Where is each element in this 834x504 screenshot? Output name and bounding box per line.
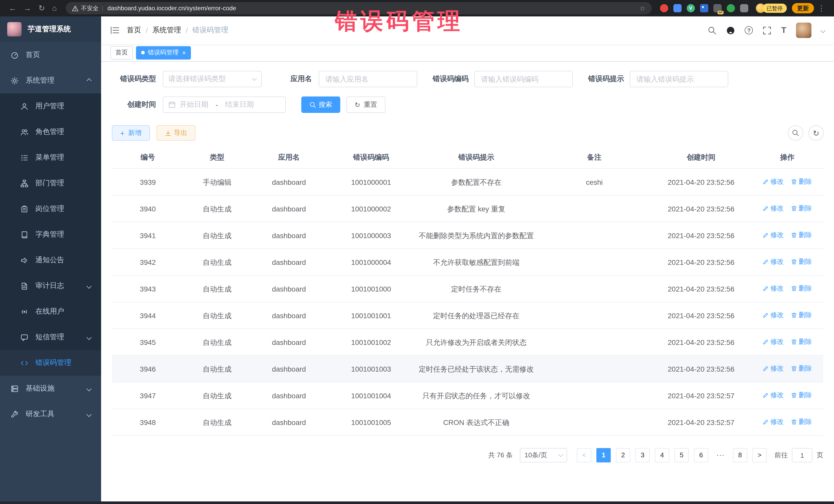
edit-link[interactable]: 修改 xyxy=(763,417,784,427)
reset-button[interactable]: ↻ 重置 xyxy=(347,96,386,113)
breadcrumb-home[interactable]: 首页 xyxy=(127,26,141,35)
delete-link[interactable]: 删除 xyxy=(791,257,812,267)
sidebar-item-error-code[interactable]: 错误码管理 xyxy=(0,350,101,376)
col-app: 应用名 xyxy=(250,148,327,169)
breadcrumb-system[interactable]: 系统管理 xyxy=(152,26,181,35)
export-button[interactable]: 导出 xyxy=(156,125,196,140)
delete-link[interactable]: 删除 xyxy=(791,230,812,240)
edit-link[interactable]: 修改 xyxy=(763,257,784,267)
sidebar-submenu-system: 用户管理 角色管理 菜单管理 部门管理 xyxy=(0,93,101,376)
sidebar-item-role[interactable]: 角色管理 xyxy=(0,119,101,145)
collapse-sidebar-icon[interactable] xyxy=(110,26,119,35)
sidebar-item-menu[interactable]: 菜单管理 xyxy=(0,145,101,170)
sidebar-item-online-user[interactable]: 在线用户 xyxy=(0,299,101,324)
edit-link[interactable]: 修改 xyxy=(763,364,784,374)
more-pages-button[interactable]: ··· xyxy=(714,448,728,462)
sidebar-item-audit-log[interactable]: 审计日志 xyxy=(0,273,101,299)
delete-link[interactable]: 删除 xyxy=(791,390,812,400)
error-msg-input[interactable] xyxy=(630,71,728,87)
page-size-select[interactable]: 10条/页 xyxy=(520,448,567,462)
home-icon[interactable]: ⌂ xyxy=(52,0,57,17)
browser-menu-icon[interactable]: ⋮ xyxy=(817,0,825,17)
page-button-2[interactable]: 2 xyxy=(616,448,630,462)
tab-error-code[interactable]: 错误码管理 × xyxy=(136,46,191,59)
page-button-6[interactable]: 6 xyxy=(694,448,708,462)
table-row: 3942 自动生成 dashboard 1001000004 不允许获取敏感配置… xyxy=(112,249,823,275)
error-type-select[interactable]: 请选择错误码类型 xyxy=(163,71,262,87)
cell-type: 自动生成 xyxy=(184,329,250,355)
extension-grid-icon[interactable] xyxy=(700,4,708,12)
page-button-1[interactable]: 1 xyxy=(596,448,611,462)
sidebar-item-user[interactable]: 用户管理 xyxy=(0,93,101,119)
sync-paused-badge[interactable]: 已暂停 xyxy=(762,4,787,13)
add-button[interactable]: + 新增 xyxy=(112,125,150,140)
goto-page-input[interactable] xyxy=(792,448,812,462)
delete-link[interactable]: 删除 xyxy=(791,203,812,214)
cell-ops: 修改删除 xyxy=(751,169,823,195)
sidebar-item-sms[interactable]: 短信管理 xyxy=(0,324,101,350)
sidebar-item-dict[interactable]: 字典管理 xyxy=(0,222,101,247)
sidebar-item-home[interactable]: 首页 xyxy=(0,42,101,68)
tab-home[interactable]: 首页 xyxy=(110,46,133,59)
date-range-picker[interactable]: 开始日期 - 结束日期 xyxy=(163,96,286,113)
edit-link[interactable]: 修改 xyxy=(763,337,784,347)
back-icon[interactable]: ← xyxy=(9,0,17,17)
refresh-table-button[interactable]: ↻ xyxy=(808,125,824,140)
extension-green-icon[interactable] xyxy=(726,4,735,12)
vue-devtools-icon[interactable]: V xyxy=(686,4,695,12)
edit-link[interactable]: 修改 xyxy=(763,310,784,320)
error-code-input[interactable] xyxy=(474,71,573,87)
page-button-5[interactable]: 5 xyxy=(674,448,689,462)
sidebar-item-post[interactable]: 岗位管理 xyxy=(0,196,101,222)
delete-link[interactable]: 删除 xyxy=(791,337,812,347)
app-name-input[interactable] xyxy=(319,71,417,87)
bookmark-star-icon[interactable]: ☆ xyxy=(639,4,645,12)
update-button[interactable]: 更新 xyxy=(792,3,814,13)
delete-link[interactable]: 删除 xyxy=(791,310,812,320)
sidebar-item-system[interactable]: 系统管理 xyxy=(0,68,101,93)
search-button[interactable]: 搜索 xyxy=(301,96,340,113)
delete-link[interactable]: 删除 xyxy=(791,364,812,374)
help-icon[interactable]: ? xyxy=(745,26,753,35)
prev-page-button[interactable]: < xyxy=(577,448,591,462)
delete-link[interactable]: 删除 xyxy=(791,417,812,427)
search-icon[interactable] xyxy=(708,26,717,35)
extension-pin-icon[interactable] xyxy=(740,4,748,12)
cell-msg: 定时任务的处理器已经存在 xyxy=(415,302,538,329)
cell-remark xyxy=(538,409,651,436)
github-icon[interactable] xyxy=(726,26,735,35)
extension-blue-icon[interactable] xyxy=(673,4,681,12)
toggle-search-button[interactable] xyxy=(788,125,803,140)
avatar-caret-icon[interactable] xyxy=(820,28,826,33)
delete-link[interactable]: 删除 xyxy=(791,283,812,293)
page-button-4[interactable]: 4 xyxy=(655,448,669,462)
fullscreen-icon[interactable] xyxy=(763,26,771,35)
page-button-8[interactable]: 8 xyxy=(733,448,747,462)
user-avatar[interactable] xyxy=(796,23,811,38)
sidebar-item-dept[interactable]: 部门管理 xyxy=(0,170,101,196)
sidebar-item-infra[interactable]: 基础设施 xyxy=(0,376,101,401)
edit-icon xyxy=(763,232,769,238)
delete-link[interactable]: 删除 xyxy=(791,177,812,187)
font-size-icon[interactable]: T xyxy=(781,26,786,35)
cell-ops: 修改删除 xyxy=(751,222,823,249)
address-bar[interactable]: 不安全 | dashboard.yudao.iocoder.cn/system/… xyxy=(65,2,652,14)
document-icon xyxy=(21,282,28,290)
tags-view-bar: 首页 错误码管理 × xyxy=(101,44,834,62)
extension-red-icon[interactable] xyxy=(660,4,668,12)
col-remark: 备注 xyxy=(538,148,651,169)
page-button-3[interactable]: 3 xyxy=(635,448,650,462)
reload-icon[interactable]: ↻ xyxy=(39,0,45,17)
next-page-button[interactable]: > xyxy=(752,448,767,462)
edit-link[interactable]: 修改 xyxy=(763,390,784,400)
edit-link[interactable]: 修改 xyxy=(763,177,784,187)
edit-link[interactable]: 修改 xyxy=(763,283,784,293)
sidebar-item-devtool[interactable]: 研发工具 xyxy=(0,401,101,427)
edit-link[interactable]: 修改 xyxy=(763,230,784,240)
sidebar-item-notice[interactable]: 通知公告 xyxy=(0,247,101,273)
edit-link[interactable]: 修改 xyxy=(763,203,784,214)
forward-icon[interactable]: → xyxy=(24,0,31,17)
tab-close-icon[interactable]: × xyxy=(182,49,186,56)
edit-icon xyxy=(763,339,769,345)
extension-switch-icon[interactable]: on xyxy=(713,4,721,12)
